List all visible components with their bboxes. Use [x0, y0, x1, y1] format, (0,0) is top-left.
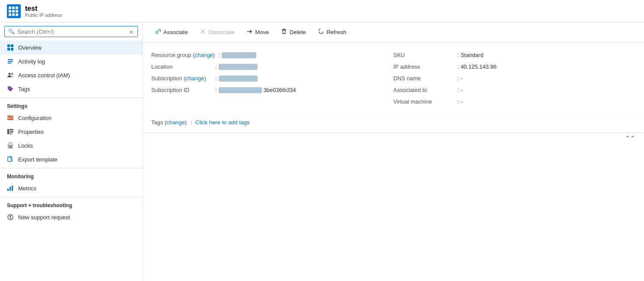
prop-sku: SKU Standard [393, 49, 635, 61]
sidebar-item-export-template[interactable]: Export template [0, 152, 142, 166]
resource-name: test [25, 5, 62, 13]
dissociate-button[interactable]: Dissociate [194, 26, 239, 38]
tags-label: Tags (change) [151, 119, 187, 126]
sidebar-item-access-control[interactable]: Access control (IAM) [0, 68, 142, 82]
dns-name-value: - [457, 75, 462, 82]
settings-section-title: Settings [0, 98, 142, 111]
search-icon: 🔍 [8, 28, 15, 35]
tags-add-link[interactable]: Click here to add tags [195, 119, 250, 126]
svg-rect-14 [11, 117, 12, 119]
properties-right: SKU Standard IP address 40.125.143.96 DN… [393, 49, 635, 107]
support-icon [7, 214, 14, 221]
subscription-id-label: Subscription ID [151, 87, 212, 93]
associate-button[interactable]: Associate [150, 26, 193, 38]
svg-rect-0 [7, 44, 10, 47]
subscription-blurred [219, 76, 258, 82]
sidebar-item-tags[interactable]: Tags [0, 82, 142, 96]
resource-group-change-link[interactable]: change [194, 52, 213, 58]
resource-group-blurred [222, 52, 256, 58]
svg-rect-3 [11, 48, 13, 51]
svg-rect-4 [8, 59, 13, 60]
associated-to-value: - [457, 87, 462, 93]
subscription-label: Subscription (change) [151, 75, 212, 82]
refresh-button[interactable]: Refresh [313, 26, 352, 38]
svg-rect-1 [11, 44, 13, 47]
svg-rect-17 [10, 131, 13, 133]
properties-section: Resource group (change) Location Subscri… [143, 42, 644, 114]
svg-rect-2 [7, 48, 10, 51]
sidebar-item-metrics[interactable]: Metrics [0, 181, 142, 195]
sidebar-item-new-support-request[interactable]: New support request [0, 210, 142, 224]
svg-rect-11 [7, 117, 13, 118]
properties-left: Resource group (change) Location Subscri… [151, 49, 393, 107]
sidebar-item-tags-label: Tags [18, 86, 30, 92]
prop-subscription-id: Subscription ID 3be0366cf34 [151, 84, 393, 96]
config-icon [7, 114, 14, 121]
support-section-title: Support + troubleshooting [0, 197, 142, 210]
chart-icon [7, 185, 14, 192]
sidebar-item-configuration-label: Configuration [18, 115, 51, 121]
content-area: Associate Dissociate Move [143, 22, 644, 281]
sidebar-item-overview[interactable]: Overview [0, 41, 142, 54]
sku-label: SKU [393, 52, 454, 58]
collapse-sidebar-button[interactable]: « [129, 28, 134, 35]
ip-address-label: IP address [393, 63, 454, 70]
export-icon [7, 156, 14, 163]
search-box[interactable]: 🔍 « [4, 26, 138, 37]
tags-change-link[interactable]: change [166, 119, 185, 126]
sku-value: Standard [457, 52, 483, 58]
prop-ip-address: IP address 40.125.143.96 [393, 61, 635, 73]
tags-row: Tags (change) : Click here to add tags [143, 114, 644, 133]
refresh-button-label: Refresh [327, 29, 347, 35]
prop-virtual-machine: Virtual machine - [393, 96, 635, 107]
sidebar-item-properties[interactable]: Properties [0, 125, 142, 139]
sidebar-item-activity-log[interactable]: Activity log [0, 54, 142, 68]
link-icon [155, 28, 161, 36]
trash-icon [281, 28, 287, 36]
refresh-icon [318, 28, 324, 36]
associate-button-label: Associate [163, 29, 188, 35]
resource-group-value [218, 52, 256, 58]
toolbar: Associate Dissociate Move [143, 22, 644, 42]
sidebar: 🔍 « Overview Activity log [0, 22, 143, 281]
resource-icon [7, 4, 21, 18]
arrow-right-icon [246, 28, 252, 36]
sidebar-item-new-support-label: New support request [18, 214, 70, 221]
svg-rect-15 [7, 129, 9, 134]
location-value [215, 63, 258, 70]
properties-icon [7, 128, 14, 135]
people-icon [7, 72, 14, 79]
move-button[interactable]: Move [241, 26, 274, 38]
tags-separator: : [190, 119, 192, 126]
resource-group-label: Resource group (change) [151, 52, 215, 58]
top-header: test Public IP address [0, 0, 644, 22]
location-label: Location [151, 63, 212, 70]
sidebar-item-export-template-label: Export template [18, 156, 57, 163]
associated-to-label: Associated to [393, 87, 454, 93]
dns-name-label: DNS name [393, 75, 454, 82]
dissociate-button-label: Dissociate [208, 29, 234, 35]
svg-rect-23 [12, 186, 13, 191]
svg-rect-18 [10, 133, 12, 134]
delete-button-label: Delete [290, 29, 306, 35]
sidebar-item-activity-log-label: Activity log [18, 58, 45, 65]
sidebar-item-configuration[interactable]: Configuration [0, 111, 142, 125]
search-input[interactable] [17, 28, 126, 35]
svg-rect-5 [8, 61, 13, 62]
resource-title: test Public IP address [25, 5, 62, 18]
svg-point-8 [11, 73, 13, 75]
delete-button[interactable]: Delete [276, 26, 311, 38]
prop-resource-group: Resource group (change) [151, 49, 393, 61]
grid-icon [7, 44, 14, 51]
svg-rect-21 [7, 189, 9, 191]
collapse-properties-button[interactable]: ⌃⌃ [625, 135, 635, 142]
move-button-label: Move [255, 29, 269, 35]
close-icon [200, 28, 206, 36]
location-blurred [219, 64, 258, 70]
sidebar-item-locks[interactable]: Locks [0, 139, 142, 152]
subscription-id-value: 3be0366cf34 [215, 87, 296, 93]
svg-point-9 [9, 88, 10, 88]
subscription-change-link[interactable]: change [185, 75, 204, 82]
virtual-machine-label: Virtual machine [393, 98, 454, 105]
list-icon [7, 58, 14, 65]
